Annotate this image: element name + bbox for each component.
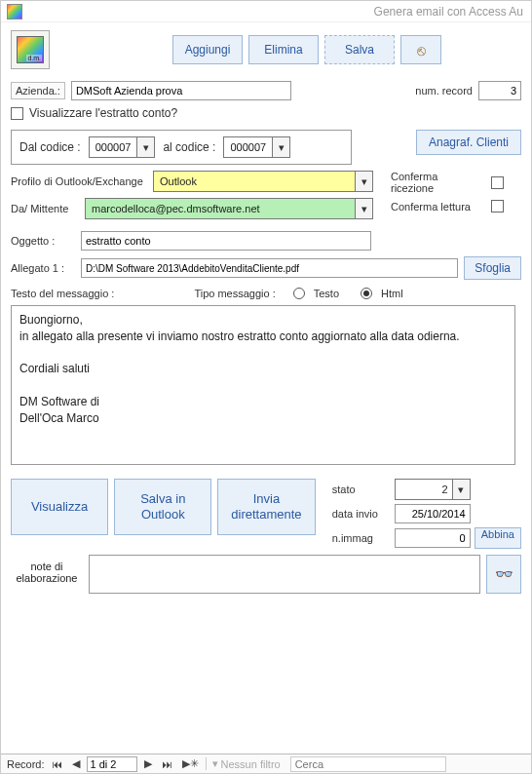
stato-label: stato [332,484,391,495]
view-notes-button[interactable]: 👓 [486,555,521,594]
conferma-ricezione-checkbox[interactable] [491,176,504,189]
exit-button[interactable]: ⎋ [400,35,441,64]
dm-logo-icon [17,36,44,63]
dal-codice-label: Dal codice : [19,140,81,154]
status-panel: stato 2 ▾ data invio n.immag Abbina [332,479,521,549]
profilo-label: Profilo di Outlook/Exchange [11,175,147,187]
mittente-select[interactable]: marcodelloca@pec.dmsoftware.net ▾ [85,198,373,219]
anagraf-clienti-button[interactable]: Anagraf. Clienti [416,130,521,155]
chevron-down-icon: ▾ [452,480,470,499]
al-codice-label: al codice : [163,140,215,154]
allegato-label: Allegato 1 : [11,262,75,274]
nav-prev-button[interactable]: ◀ [69,757,83,770]
funnel-icon: ▾ [212,757,218,770]
abbina-button[interactable]: Abbina [475,527,521,549]
mittente-value: marcodelloca@pec.dmsoftware.net [86,203,355,214]
dal-codice-value: 000007 [90,141,137,153]
chevron-down-icon: ▾ [355,199,372,218]
nav-new-button[interactable]: ▶✳ [179,757,202,770]
data-invio-input[interactable] [395,504,471,523]
azienda-input[interactable] [71,81,291,100]
codici-frame: Dal codice : 000007 ▾ al codice : 000007… [11,130,352,165]
tipo-html-label: Html [381,288,403,299]
no-filter-indicator: ▾ Nessun filtro [206,757,286,770]
app-logo [11,30,50,69]
record-position-input[interactable] [87,756,137,772]
mittente-label: Da/ Mittente [11,203,79,214]
num-record-input[interactable] [478,81,521,100]
tipo-messaggio-label: Tipo messaggio : [194,288,275,299]
chevron-down-icon: ▾ [355,172,372,191]
num-record-label: num. record [415,85,473,97]
nimmag-label: n.immag [332,532,391,544]
tipo-testo-label: Testo [314,288,339,299]
nav-first-button[interactable]: ⏮ [49,758,65,770]
toolbar: Aggiungi Elimina Salva ⎋ [11,30,521,69]
nav-last-button[interactable]: ⏭ [159,758,175,770]
stato-value: 2 [396,484,452,495]
oggetto-label: Oggetto : [11,235,75,247]
title-bar: Genera email con Access Au [1,1,531,22]
record-navigation-bar: Record: ⏮ ◀ ▶ ⏭ ▶✳ ▾ Nessun filtro [1,754,531,773]
nav-next-button[interactable]: ▶ [141,757,155,770]
estratto-checkbox[interactable] [11,107,23,120]
tipo-html-radio[interactable] [361,288,372,299]
note-label: note di elaborazione [11,555,83,584]
chevron-down-icon: ▾ [136,137,154,157]
salva-button[interactable]: Salva [324,35,395,64]
aggiungi-button[interactable]: Aggiungi [172,35,243,64]
profilo-value: Outlook [154,175,355,187]
search-input[interactable] [290,756,446,772]
dal-codice-select[interactable]: 000007 ▾ [89,136,156,158]
window-title: Genera email con Access Au [28,5,525,19]
allegato-input[interactable] [81,258,458,278]
conferma-ricezione-label: Conferma ricezione [391,171,483,194]
record-label: Record: [7,758,45,770]
azienda-label: Azienda.: [11,82,65,99]
invia-direttamente-button[interactable]: Invia direttamente [217,479,315,535]
al-codice-value: 000007 [224,141,272,153]
testo-messaggio-label: Testo del messaggio : [11,288,114,299]
stato-select[interactable]: 2 ▾ [395,479,471,500]
app-small-icon [7,4,22,19]
sfoglia-button[interactable]: Sfoglia [464,256,521,280]
profilo-select[interactable]: Outlook ▾ [153,171,373,192]
al-codice-select[interactable]: 000007 ▾ [223,136,290,158]
messaggio-textarea[interactable]: Buongiorno, in allegato alla presente vi… [11,305,515,465]
salva-in-outlook-button[interactable]: Salva in Outlook [114,479,211,535]
nimmag-input[interactable] [395,528,471,548]
visualizza-button[interactable]: Visualizza [11,479,108,535]
estratto-label: Visualizzare l'estratto conto? [29,106,177,120]
note-textarea[interactable] [89,555,480,594]
conferma-lettura-label: Conferma lettura [391,201,471,213]
conferma-lettura-checkbox[interactable] [491,200,504,213]
exit-icon: ⎋ [417,42,426,58]
oggetto-input[interactable] [81,231,371,251]
data-invio-label: data invio [332,508,391,520]
tipo-testo-radio[interactable] [293,288,305,299]
elimina-button[interactable]: Elimina [248,35,319,64]
binoculars-icon: 👓 [495,565,513,583]
chevron-down-icon: ▾ [272,137,289,157]
